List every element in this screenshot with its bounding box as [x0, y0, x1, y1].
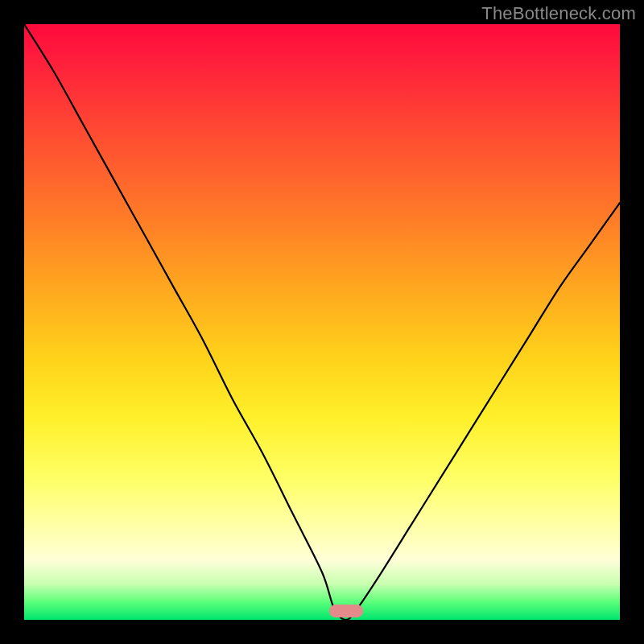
plot-area — [24, 24, 620, 620]
curve-path — [24, 24, 620, 620]
bottleneck-curve — [24, 24, 620, 620]
watermark-text: TheBottleneck.com — [481, 3, 636, 24]
minimum-marker — [329, 605, 363, 617]
chart-frame: TheBottleneck.com — [0, 0, 644, 644]
